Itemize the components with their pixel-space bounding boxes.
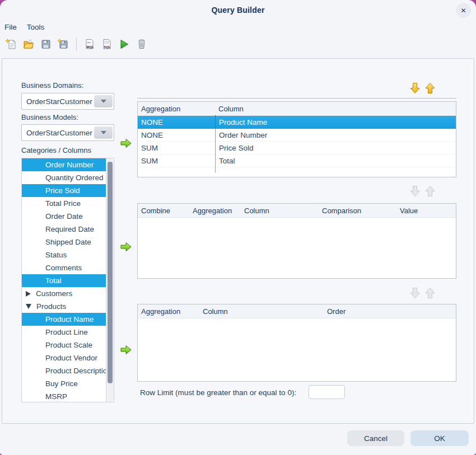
business-domains-select[interactable]: OrderStarCustomer [21,93,114,110]
row-limit-input[interactable] [309,385,345,399]
caret-collapsed-icon[interactable] [26,291,31,297]
column-header-column: Column [241,207,319,215]
columns-table-row[interactable]: SUMTotal [138,154,456,167]
conditions-table: CombineAggregationColumnComparisonValue [137,203,456,279]
column-header-column: Column [199,307,324,316]
tree-item-label: Buy Price [45,379,78,388]
tree-item-product-line[interactable]: Product Line [22,326,106,339]
cancel-button[interactable]: Cancel [347,430,404,446]
column-header-aggregation: Aggregation [189,207,241,215]
tree-category-products[interactable]: Products [22,300,106,313]
preview-sql-button[interactable]: SQL [100,37,114,51]
column-cell: Price Sold [215,144,456,152]
save-query-as-button[interactable] [57,37,70,51]
tree-item-msrp[interactable]: MSRP [22,390,106,402]
tree-item-price-sold[interactable]: Price Sold [22,184,106,197]
close-button[interactable]: ✕ [456,3,471,18]
add-to-columns-button[interactable] [120,138,132,149]
columns-table-header: AggregationColumn [138,102,456,116]
move-column-down-button[interactable] [409,82,421,95]
tree-item-order-date[interactable]: Order Date [22,210,106,223]
aggregation-cell: NONE [138,118,215,126]
dropdown-arrow-icon[interactable] [94,126,113,139]
green-arrow-right-icon [120,344,132,355]
move-condition-up-button[interactable] [424,185,436,198]
save-floppy-icon [40,38,52,50]
delete-button[interactable] [135,37,148,51]
columns-table-row[interactable]: NONEOrder Number [138,129,456,142]
green-arrow-right-icon [120,138,132,149]
business-models-label: Business Models: [21,113,78,121]
new-query-button[interactable] [4,37,18,51]
green-arrow-right-icon [120,241,132,252]
columns-table-row[interactable]: SUMPrice Sold [138,142,456,154]
tree-item-label: Order Number [45,161,94,169]
ok-button[interactable]: OK [410,430,469,446]
aggregation-cell: SUM [138,157,215,165]
tree-item-label: Product Description [45,367,106,375]
tree-item-label: Customers [36,289,72,298]
conditions-table-header: CombineAggregationColumnComparisonValue [138,204,456,218]
open-query-button[interactable] [22,37,35,51]
categories-list-container: Order NumberQuantity OrderedPrice SoldTo… [21,158,114,402]
arrow-down-icon [409,82,421,95]
column-header-value: Value [396,207,456,215]
move-order-up-button[interactable] [424,287,436,299]
tree-category-customers[interactable]: Customers [22,287,106,300]
menu-file[interactable]: File [3,22,18,32]
list-scrollbar[interactable] [106,158,114,402]
tree-item-label: Quantity Ordered [45,173,104,182]
move-column-up-button[interactable] [424,82,436,95]
column-cell: Total [215,157,456,165]
sql-icon-label: SQL [104,45,111,49]
tree-item-product-name[interactable]: Product Name [22,313,106,326]
tree-item-label: Product Vendor [45,354,97,362]
run-play-icon [118,38,130,50]
tree-item-buy-price[interactable]: Buy Price [22,377,106,390]
preview-mql-button[interactable]: <> MQL [83,37,96,51]
tree-item-shipped-date[interactable]: Shipped Date [22,236,106,248]
toolbar: <> MQL SQL [4,37,148,51]
order-table: AggregationColumnOrder [137,304,456,382]
arrow-down-disabled-icon [409,185,421,198]
tree-item-total-price[interactable]: Total Price [22,197,106,210]
aggregation-cell: NONE [138,131,215,139]
column-header-aggregation: Aggregation [138,105,215,113]
new-document-icon [5,38,17,50]
tree-item-status[interactable]: Status [22,248,106,261]
dropdown-arrow-icon[interactable] [94,95,113,107]
column-cell: Order Number [215,131,456,139]
tree-item-order-number[interactable]: Order Number [22,158,106,171]
save-query-button[interactable] [39,37,53,51]
tree-item-label: Status [45,251,67,259]
columns-table: AggregationColumn NONEProduct NameNONEOr… [137,101,456,177]
save-as-floppy-icon [57,38,69,50]
add-to-conditions-button[interactable] [120,241,132,252]
menu-tools[interactable]: Tools [26,22,46,32]
column-divider [215,115,216,172]
move-condition-down-button[interactable] [409,185,421,198]
tree-item-product-description[interactable]: Product Description [22,364,106,377]
order-table-header: AggregationColumnOrder [138,304,456,318]
open-folder-icon [22,38,35,50]
tree-item-label: Order Date [45,212,83,221]
scrollbar-thumb[interactable] [108,162,113,383]
add-to-order-button[interactable] [120,344,132,355]
tree-item-product-vendor[interactable]: Product Vendor [22,351,106,364]
tree-item-label: Comments [45,264,82,272]
tree-item-quantity-ordered[interactable]: Quantity Ordered [22,171,106,184]
tree-item-product-scale[interactable]: Product Scale [22,339,106,351]
move-order-down-button[interactable] [409,287,421,299]
run-query-button[interactable] [118,37,131,51]
tree-item-total[interactable]: Total [22,274,106,287]
columns-table-row[interactable]: NONEProduct Name [138,116,456,129]
trash-icon [136,38,148,50]
tree-item-comments[interactable]: Comments [22,261,106,274]
tree-item-label: Shipped Date [45,238,91,246]
toolbar-separator [76,38,77,50]
mql-document-icon: <> MQL [83,38,96,50]
caret-expanded-icon[interactable] [26,304,31,309]
arrow-up-disabled-icon [424,287,436,299]
business-models-select[interactable]: OrderStarCustomer [21,124,114,141]
tree-item-required-date[interactable]: Required Date [22,223,106,236]
